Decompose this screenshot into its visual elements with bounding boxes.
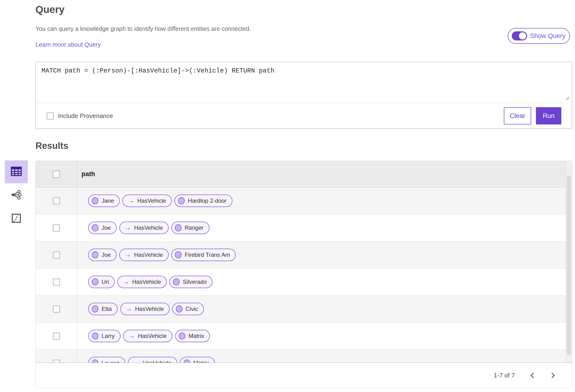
row-checkbox[interactable]: [53, 252, 60, 259]
entity-pill[interactable]: Matrix: [175, 330, 210, 342]
link-chart-view-icon: [11, 190, 22, 201]
toggle-on-icon[interactable]: [512, 31, 527, 41]
entity-pill[interactable]: Silverado: [169, 276, 213, 288]
entity-pill[interactable]: Ranger: [171, 222, 209, 234]
results-pagination: 1-7 of 7: [35, 363, 572, 388]
map-view-icon: [11, 214, 21, 224]
query-page: Query You can query a knowledge graph to…: [0, 0, 575, 392]
table-row[interactable]: Etta → HasVehicle Civic: [36, 296, 572, 323]
path-cell: Joe → HasVehicle Ranger: [77, 215, 572, 241]
query-text[interactable]: MATCH path = (:Person)-[:HasVehicle]->(:…: [42, 67, 274, 74]
entity-node-icon: [173, 278, 180, 285]
row-checkbox-cell: [36, 241, 77, 268]
row-checkbox[interactable]: [53, 360, 60, 363]
table-scrollbar[interactable]: [566, 161, 572, 363]
query-editor: MATCH path = (:Person)-[:HasVehicle]->(:…: [35, 62, 572, 129]
relationship-pill[interactable]: → HasVehicle: [119, 249, 169, 261]
chevron-left-icon: [531, 373, 536, 378]
previous-page-button[interactable]: [526, 369, 539, 382]
entity-node-icon: [92, 359, 98, 363]
relationship-pill[interactable]: → HasVehicle: [117, 276, 167, 288]
entity-node-icon: [92, 332, 98, 340]
table-row[interactable]: Joe → HasVehicle Firebird Trans Am: [36, 241, 572, 268]
query-textarea[interactable]: MATCH path = (:Person)-[:HasVehicle]->(:…: [36, 62, 572, 103]
entity-node-icon: [175, 224, 182, 231]
run-button[interactable]: Run: [536, 107, 561, 124]
show-query-label: Show Query: [530, 32, 566, 40]
next-page-button[interactable]: [546, 369, 559, 382]
entity-pill[interactable]: Firebird Trans Am: [171, 249, 236, 261]
entity-node-icon: [92, 224, 98, 231]
entity-pill[interactable]: Joe: [88, 222, 117, 234]
row-checkbox[interactable]: [53, 279, 60, 285]
include-provenance-checkbox[interactable]: [47, 112, 54, 119]
entity-label: Etta: [102, 305, 112, 312]
table-row[interactable]: Uri → HasVehicle Silverado: [36, 268, 572, 296]
results-table-header: path: [36, 161, 572, 187]
entity-label: Larry: [102, 333, 115, 339]
table-row[interactable]: Joe → HasVehicle Ranger: [36, 215, 572, 241]
clear-button[interactable]: Clear: [504, 107, 531, 124]
pagination-range-label: 1-7 of 7: [494, 372, 515, 379]
resize-grip-icon[interactable]: [564, 95, 570, 101]
entity-label: Joe: [102, 224, 111, 231]
entity-pill[interactable]: Civic: [172, 303, 204, 315]
relationship-pill[interactable]: → HasVehicle: [119, 222, 169, 234]
relationship-label: HasVehicle: [132, 279, 161, 285]
query-actions: Clear Run: [504, 107, 561, 124]
path-cell: Uri → HasVehicle Silverado: [77, 268, 572, 295]
relationship-arrow-icon: →: [125, 252, 131, 258]
table-row[interactable]: Jane → HasVehicle Hardtop 2-door: [36, 187, 572, 215]
path-cell: Joe → HasVehicle Firebird Trans Am: [77, 241, 572, 268]
relationship-label: HasVehicle: [134, 224, 163, 231]
entity-pill[interactable]: Hardtop 2-door: [174, 195, 232, 207]
row-checkbox[interactable]: [53, 333, 60, 340]
table-row[interactable]: Lauren → HasVehicle Matrix: [36, 350, 572, 363]
entity-pill[interactable]: Jane: [88, 195, 120, 207]
learn-more-link[interactable]: Learn more about Query: [35, 41, 101, 48]
entity-node-icon: [92, 251, 98, 259]
row-checkbox[interactable]: [53, 197, 60, 204]
include-provenance-control[interactable]: Include Provenance: [47, 112, 113, 120]
entity-label: Silverado: [183, 279, 207, 285]
relationship-pill[interactable]: → HasVehicle: [128, 357, 177, 363]
entity-node-icon: [175, 251, 182, 259]
row-checkbox[interactable]: [53, 305, 60, 313]
row-checkbox-cell: [36, 268, 77, 295]
entity-pill[interactable]: Larry: [88, 330, 120, 342]
entity-pill[interactable]: Uri: [88, 276, 115, 288]
include-provenance-label: Include Provenance: [58, 112, 113, 120]
results-title: Results: [35, 141, 68, 151]
entity-label: Lauren: [102, 360, 120, 363]
scrollbar-thumb[interactable]: [567, 175, 571, 355]
entity-label: Jane: [102, 197, 114, 204]
entity-node-icon: [176, 305, 183, 313]
select-all-checkbox[interactable]: [53, 171, 60, 178]
row-checkbox-cell: [36, 350, 77, 363]
map-view-button[interactable]: [5, 207, 28, 230]
link-chart-view-button[interactable]: [5, 184, 28, 207]
row-checkbox-cell: [36, 187, 77, 214]
entity-pill[interactable]: Etta: [88, 303, 118, 315]
entity-node-icon: [178, 197, 185, 204]
relationship-pill[interactable]: → HasVehicle: [122, 195, 172, 207]
header-checkbox-cell: [36, 161, 77, 187]
relationship-pill[interactable]: → HasVehicle: [123, 330, 172, 342]
relationship-arrow-icon: →: [125, 305, 132, 312]
table-view-icon: [11, 167, 22, 177]
show-query-toggle[interactable]: Show Query: [508, 28, 570, 44]
table-row[interactable]: Larry → HasVehicle Matrix: [36, 323, 572, 350]
chevron-right-icon: [549, 373, 555, 378]
relationship-pill[interactable]: → HasVehicle: [120, 303, 170, 315]
toggle-knob: [519, 32, 526, 40]
path-cell: Jane → HasVehicle Hardtop 2-door: [77, 187, 572, 214]
entity-pill[interactable]: Joe: [88, 249, 117, 261]
table-view-button[interactable]: [5, 160, 28, 183]
row-checkbox[interactable]: [53, 224, 60, 231]
entity-pill[interactable]: Matrix: [180, 357, 215, 363]
entity-label: Hardtop 2-door: [188, 197, 226, 204]
results-view-switcher: [5, 160, 28, 230]
relationship-label: HasVehicle: [137, 197, 166, 204]
entity-pill[interactable]: Lauren: [88, 357, 125, 363]
relationship-arrow-icon: →: [128, 333, 135, 339]
